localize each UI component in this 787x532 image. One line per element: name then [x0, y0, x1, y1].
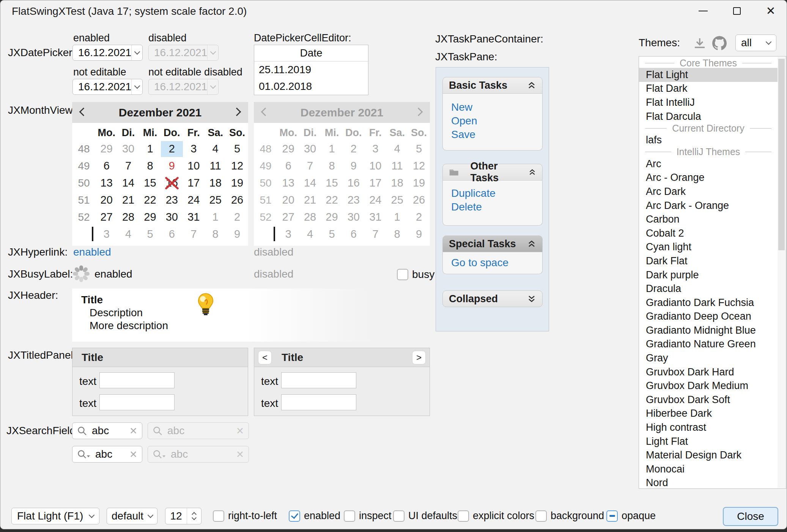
theme-list-item[interactable]: Gray: [639, 351, 778, 365]
theme-list-item[interactable]: Cyan light: [639, 240, 778, 254]
day-cell[interactable]: 8: [139, 158, 161, 174]
checkbox[interactable]: [393, 510, 405, 522]
github-icon[interactable]: [712, 36, 727, 50]
text-field[interactable]: [99, 394, 175, 410]
day-cell[interactable]: 6: [161, 226, 183, 242]
maximize-button[interactable]: [725, 0, 749, 21]
day-cell[interactable]: 1: [205, 209, 226, 225]
day-cell[interactable]: 6: [96, 158, 117, 174]
day-cell[interactable]: 9: [161, 158, 183, 174]
search-input-value[interactable]: abc: [95, 448, 125, 460]
checkbox-explicit-colors[interactable]: explicit colors: [458, 510, 534, 522]
search-input-value[interactable]: abc: [92, 425, 125, 437]
checkbox[interactable]: [213, 510, 224, 522]
theme-list-item[interactable]: Dark purple: [639, 268, 778, 282]
day-cell[interactable]: 3: [96, 226, 117, 242]
taskpane-link[interactable]: Save: [451, 128, 534, 141]
day-cell[interactable]: 29: [139, 209, 161, 225]
theme-list-item[interactable]: Arc Dark - Orange: [639, 199, 778, 213]
day-cell[interactable]: 1: [139, 141, 161, 157]
taskpane-header[interactable]: Collapsed: [442, 290, 543, 307]
day-cell[interactable]: 31: [183, 209, 205, 225]
day-cell[interactable]: 10: [183, 158, 205, 174]
taskpane-link[interactable]: Go to space: [451, 256, 534, 270]
day-cell[interactable]: 9: [226, 226, 248, 242]
taskpane-header[interactable]: Basic Tasks: [442, 77, 543, 94]
theme-list-item[interactable]: Arc: [639, 157, 778, 171]
titledpanel-prev-button[interactable]: <: [258, 351, 272, 364]
close-button[interactable]: Close: [723, 507, 778, 526]
day-cell[interactable]: 25: [205, 192, 226, 208]
day-cell[interactable]: 5: [139, 226, 161, 242]
text-field[interactable]: [281, 372, 356, 388]
scrollbar-track[interactable]: [778, 57, 785, 488]
theme-list-item[interactable]: Material Design Dark: [639, 448, 778, 462]
checkbox-inspect[interactable]: inspect: [344, 510, 392, 522]
hyperlink-enabled[interactable]: enabled: [73, 246, 111, 258]
day-cell[interactable]: 11: [205, 158, 226, 174]
scrollbar-thumb[interactable]: [778, 59, 785, 250]
checkbox-ui-defaults[interactable]: UI defaults: [393, 510, 457, 522]
theme-list-item[interactable]: Gradianto Dark Fuchsia: [639, 296, 778, 310]
checkbox[interactable]: [458, 510, 469, 522]
theme-list-item[interactable]: Nord: [639, 476, 778, 489]
theme-list-item[interactable]: Dark Flat: [639, 254, 778, 268]
clear-icon[interactable]: ✕: [129, 425, 137, 436]
day-cell[interactable]: 4: [205, 141, 226, 157]
taskpane-link[interactable]: New: [451, 100, 534, 114]
taskpane-header[interactable]: Other Tasks: [442, 164, 543, 180]
theme-list-item[interactable]: Flat Dark: [639, 82, 778, 96]
monthview-enabled[interactable]: Dezember 2021 Mo.Di.Mi.Do.Fr.Sa.So.48293…: [72, 102, 248, 246]
taskpane-header[interactable]: Special Tasks: [442, 235, 543, 252]
search-field-enabled[interactable]: abc ✕: [72, 422, 142, 439]
taskpane-link[interactable]: Delete: [451, 200, 534, 214]
day-cell[interactable]: 28: [117, 209, 139, 225]
search-field-with-menu-enabled[interactable]: abc ✕: [72, 446, 142, 463]
themes-list[interactable]: Core ThemesFlat LightFlat DarkFlat Intel…: [639, 56, 786, 489]
theme-list-item[interactable]: High contrast: [639, 421, 778, 435]
minimize-button[interactable]: [691, 0, 715, 21]
theme-list-item[interactable]: Gruvbox Dark Soft: [639, 393, 778, 407]
download-icon[interactable]: [693, 38, 706, 50]
table-row[interactable]: 25.11.2019: [254, 61, 368, 78]
datepicker-dropdown-button[interactable]: [131, 79, 142, 94]
theme-list-item[interactable]: Arc Dark: [639, 185, 778, 199]
day-cell[interactable]: 30: [117, 141, 139, 157]
day-cell[interactable]: 8: [205, 226, 226, 242]
font-size-spinner[interactable]: 12: [165, 508, 201, 524]
day-cell[interactable]: 13: [96, 175, 117, 191]
day-cell[interactable]: 20: [96, 192, 117, 208]
datepicker-not-editable[interactable]: 16.12.2021: [72, 79, 143, 95]
day-cell[interactable]: 2: [161, 141, 183, 157]
theme-list-item[interactable]: Gradianto Nature Green: [639, 337, 778, 352]
datepicker-dropdown-button[interactable]: [131, 45, 142, 60]
day-cell[interactable]: 15: [139, 175, 161, 191]
theme-list-item[interactable]: Flat IntelliJ: [639, 96, 778, 110]
day-cell[interactable]: 22: [139, 192, 161, 208]
busy-checkbox[interactable]: [397, 269, 408, 280]
day-cell[interactable]: 7: [117, 158, 139, 174]
day-cell[interactable]: 5: [226, 141, 248, 157]
checkbox[interactable]: [344, 510, 355, 522]
day-cell[interactable]: 17: [183, 175, 205, 191]
day-cell[interactable]: 7: [183, 226, 205, 242]
checkbox-background[interactable]: background: [535, 510, 604, 522]
day-cell[interactable]: 4: [117, 226, 139, 242]
theme-list-item[interactable]: Light Flat: [639, 435, 778, 449]
day-cell[interactable]: 18: [205, 175, 226, 191]
next-month-button[interactable]: [234, 109, 240, 116]
theme-list-item[interactable]: Arc - Orange: [639, 171, 778, 185]
theme-list-item[interactable]: Carbon: [639, 212, 778, 226]
style-combobox[interactable]: default: [107, 508, 157, 524]
theme-list-item[interactable]: Gruvbox Dark Medium: [639, 379, 778, 393]
theme-list-item[interactable]: Gradianto Deep Ocean: [639, 310, 778, 324]
checkbox-enabled[interactable]: enabled: [289, 510, 340, 522]
day-cell[interactable]: 29: [96, 141, 117, 157]
text-field[interactable]: [99, 372, 175, 388]
day-cell[interactable]: 30: [161, 209, 183, 225]
checkbox-right-to-left[interactable]: right-to-left: [213, 510, 277, 522]
theme-list-item[interactable]: Dracula: [639, 282, 778, 296]
checkbox[interactable]: [606, 510, 618, 522]
day-cell[interactable]: 12: [226, 158, 248, 174]
titledpanel-next-button[interactable]: >: [412, 351, 426, 364]
